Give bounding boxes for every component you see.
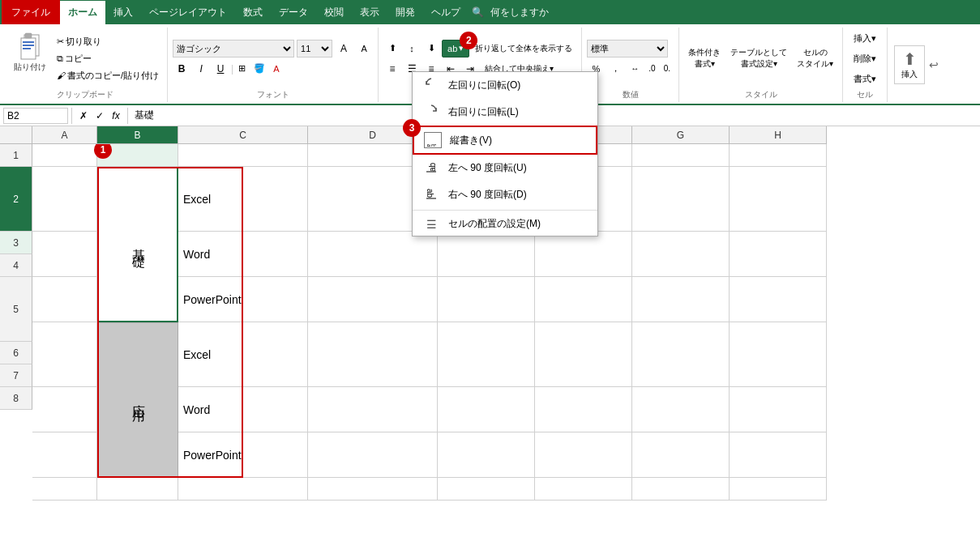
- comma-button[interactable]: ↔: [626, 60, 644, 78]
- cell-H1[interactable]: [730, 144, 827, 167]
- cell-D3[interactable]: [308, 232, 438, 277]
- insert-cells-button[interactable]: 挿入▾: [848, 29, 882, 47]
- decrease-decimal-button[interactable]: 0.: [661, 60, 674, 78]
- cell-A4[interactable]: [32, 277, 97, 322]
- cell-H5[interactable]: [730, 322, 827, 387]
- delete-cells-button[interactable]: 削除▾: [848, 49, 882, 67]
- paste-button[interactable]: 貼り付け: [8, 29, 52, 87]
- col-header-G[interactable]: G: [632, 126, 730, 144]
- cell-F4[interactable]: [535, 277, 632, 322]
- italic-button[interactable]: I: [192, 60, 210, 78]
- cell-F5[interactable]: [535, 322, 632, 387]
- cell-G8[interactable]: [632, 478, 730, 501]
- increase-decimal-button[interactable]: .0: [645, 60, 658, 78]
- cell-H2[interactable]: [730, 167, 827, 232]
- row-header-2[interactable]: 2: [0, 167, 32, 232]
- tab-review[interactable]: 校閲: [316, 1, 352, 24]
- cell-E4[interactable]: [438, 277, 535, 322]
- cell-G6[interactable]: [632, 387, 730, 432]
- percent-button[interactable]: ，: [606, 60, 624, 78]
- dropdown-item-vertical[interactable]: 3 a b 縦書き(V): [413, 126, 597, 155]
- font-color-button[interactable]: A: [270, 60, 282, 78]
- cell-C4[interactable]: PowerPoint: [178, 277, 308, 322]
- cell-E5[interactable]: [438, 322, 535, 387]
- cell-G5[interactable]: [632, 322, 730, 387]
- cell-H3[interactable]: [730, 232, 827, 277]
- cell-D6[interactable]: [308, 387, 438, 432]
- align-top-button[interactable]: ⬆: [383, 40, 401, 58]
- row-header-5[interactable]: 5: [0, 277, 32, 342]
- tab-home[interactable]: ホーム: [60, 1, 105, 24]
- cell-A1[interactable]: [32, 144, 97, 167]
- cell-A3[interactable]: [32, 232, 97, 277]
- format-cells-button[interactable]: 書式▾: [848, 70, 882, 87]
- fill-color-button[interactable]: 🪣: [250, 60, 268, 78]
- col-header-B[interactable]: B: [97, 126, 178, 144]
- wrap-text-button[interactable]: 折り返して全体を表示する: [471, 40, 576, 58]
- align-left-button[interactable]: ≡: [383, 60, 401, 78]
- cell-E8[interactable]: [438, 478, 535, 501]
- cell-D7[interactable]: [308, 432, 438, 478]
- cell-C5[interactable]: Excel: [178, 322, 308, 387]
- cell-C3[interactable]: Word: [178, 232, 308, 277]
- underline-button[interactable]: U: [212, 60, 229, 78]
- row-header-1[interactable]: 1: [0, 144, 32, 167]
- cell-E7[interactable]: [438, 432, 535, 478]
- cell-H8[interactable]: [730, 478, 827, 501]
- cut-button[interactable]: ✂切り取り: [53, 34, 162, 49]
- tab-page-layout[interactable]: ページレイアウト: [141, 1, 235, 24]
- cell-G4[interactable]: [632, 277, 730, 322]
- tab-insert[interactable]: 挿入: [105, 1, 141, 24]
- cell-F6[interactable]: [535, 387, 632, 432]
- cell-B1[interactable]: 1: [97, 144, 178, 167]
- cell-A7[interactable]: [32, 432, 97, 478]
- cell-E6[interactable]: [438, 387, 535, 432]
- cell-C7[interactable]: PowerPoint: [178, 432, 308, 478]
- col-header-C[interactable]: C: [178, 126, 308, 144]
- cell-H4[interactable]: [730, 277, 827, 322]
- dropdown-item-rotate-up90[interactable]: ab 左へ 90 度回転(U): [413, 155, 597, 181]
- dropdown-item-rotate-down90[interactable]: ab 右へ 90 度回転(D): [413, 181, 597, 208]
- cell-styles-button[interactable]: セルのスタイル▾: [793, 42, 837, 75]
- copy-button[interactable]: ⧉コピー: [53, 51, 162, 66]
- cell-G2[interactable]: [632, 167, 730, 232]
- row-header-6[interactable]: 6: [0, 342, 32, 364]
- cell-H7[interactable]: [730, 432, 827, 478]
- cell-C8[interactable]: [178, 478, 308, 501]
- cancel-formula-button[interactable]: ✗: [75, 108, 92, 124]
- cell-C2[interactable]: Excel: [178, 167, 308, 232]
- cell-H6[interactable]: [730, 387, 827, 432]
- tab-search[interactable]: 何をしますか: [487, 1, 552, 24]
- tab-formula[interactable]: 数式: [235, 1, 271, 24]
- bold-button[interactable]: B: [173, 60, 190, 78]
- cell-F8[interactable]: [535, 478, 632, 501]
- cell-A6[interactable]: [32, 387, 97, 432]
- tab-data[interactable]: データ: [271, 1, 316, 24]
- number-format-select[interactable]: 標準: [587, 40, 668, 58]
- cell-reference-input[interactable]: [3, 108, 68, 124]
- borders-button[interactable]: ⊞: [235, 60, 249, 78]
- row-header-7[interactable]: 7: [0, 364, 32, 387]
- merged-cell-oyo[interactable]: 応用: [97, 322, 178, 478]
- align-bottom-button[interactable]: ⬇: [422, 40, 440, 58]
- font-name-select[interactable]: 游ゴシック: [173, 40, 294, 58]
- font-size-select[interactable]: 11: [297, 40, 332, 58]
- cell-D8[interactable]: [308, 478, 438, 501]
- cell-B8[interactable]: [97, 478, 178, 501]
- cell-E3[interactable]: [438, 232, 535, 277]
- tab-view[interactable]: 表示: [352, 1, 387, 24]
- align-middle-button[interactable]: ↕: [403, 40, 421, 58]
- tab-dev[interactable]: 開発: [387, 1, 423, 24]
- cell-D5[interactable]: [308, 322, 438, 387]
- cell-A5[interactable]: [32, 322, 97, 387]
- tab-help[interactable]: ヘルプ: [423, 1, 469, 24]
- row-header-8[interactable]: 8: [0, 387, 32, 410]
- row-header-4[interactable]: 4: [0, 254, 32, 277]
- col-header-A[interactable]: A: [32, 126, 97, 144]
- cell-D4[interactable]: [308, 277, 438, 322]
- tab-file[interactable]: ファイル: [2, 0, 60, 24]
- cell-C6[interactable]: Word: [178, 387, 308, 432]
- col-header-H[interactable]: H: [730, 126, 827, 144]
- insert-function-button[interactable]: fx: [108, 108, 124, 124]
- cell-G1[interactable]: [632, 144, 730, 167]
